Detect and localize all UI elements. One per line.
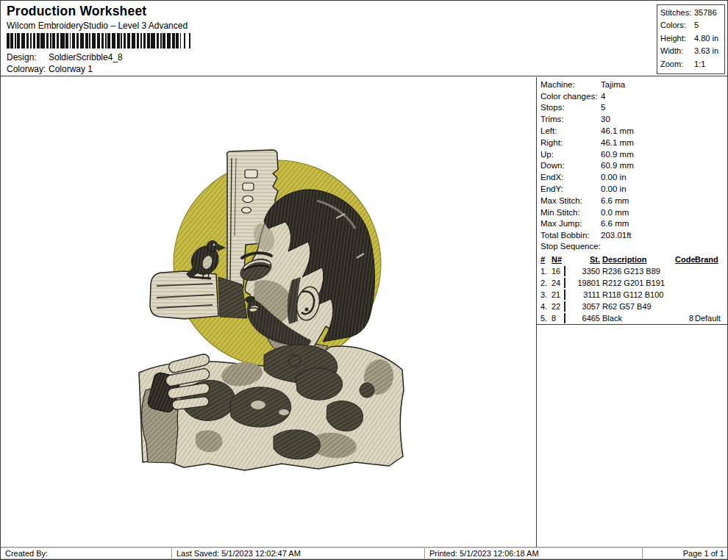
colorway-value: Colorway 1 [49, 64, 93, 74]
machine-parameters: Machine: Tajima Color changes: 4 Stops: … [537, 79, 728, 241]
machine-parameter-row: Up: 60.9 mm [537, 148, 728, 160]
parameter-label: Machine: [540, 80, 601, 89]
table-end-rule [537, 324, 728, 325]
colorway-row: Colorway: Colorway 1 [7, 64, 93, 74]
machine-details-panel: Machine: Tajima Color changes: 4 Stops: … [536, 77, 728, 548]
design-name-row: Design: SoldierScribble4_8 [7, 52, 123, 62]
stats-row: Width: 3.63 in [660, 46, 723, 59]
parameter-label: Max Stitch: [540, 196, 601, 205]
stop-num: 4. [540, 302, 552, 311]
stop-stitches: 19801 [576, 279, 602, 287]
worksheet-footer: Created By: Last Saved: 5/1/2023 12:02:4… [1, 547, 728, 559]
parameter-value: 0.00 in [601, 173, 627, 182]
worksheet-header: Production Worksheet Wilcom EmbroiderySt… [1, 1, 727, 76]
machine-parameter-row: Machine: Tajima [537, 79, 728, 90]
parameter-label: Down: [540, 161, 601, 170]
stop-description: R118 G112 B100 [602, 290, 675, 299]
thread-color-swatch [564, 301, 565, 312]
col-n: N# [552, 255, 564, 264]
stats-row: Height: 4.80 in [660, 34, 723, 46]
stats-value: 5 [694, 21, 699, 33]
stop-n: 21 [552, 290, 564, 299]
thread-color-swatch [564, 266, 565, 276]
created-by-cell: Created By: [1, 548, 172, 559]
machine-parameter-row: Down: 60.9 mm [537, 160, 728, 172]
stop-num: 3. [540, 290, 552, 299]
stats-value: 35786 [694, 8, 717, 21]
machine-parameter-row: EndY: 0.00 in [537, 183, 728, 195]
stop-description: R62 G57 B49 [602, 302, 675, 311]
design-value: SoldierScribble4_8 [49, 52, 123, 62]
stop-sequence-row: 1. 16 3350 R236 G213 B89 [537, 265, 728, 277]
machine-parameter-row: EndX: 0.00 in [537, 171, 728, 183]
parameter-value: 6.6 mm [601, 196, 629, 205]
col-num: # [540, 255, 552, 264]
machine-parameter-row: Max Stitch: 6.6 mm [537, 195, 728, 207]
thread-color-swatch [564, 313, 565, 323]
stop-stitches: 3057 [576, 302, 602, 311]
col-description: Description [602, 255, 675, 264]
machine-parameter-row: Total Bobbin: 203.01ft [537, 229, 728, 241]
stop-sequence-row: 2. 24 19801 R212 G201 B191 [537, 277, 728, 289]
printed-cell: Printed: 5/1/2023 12:06:18 AM [425, 548, 643, 559]
col-code: Code [675, 255, 695, 264]
parameter-label: EndY: [540, 184, 601, 193]
stop-n: 22 [552, 302, 564, 311]
stop-num: 2. [540, 279, 552, 287]
machine-parameter-row: Min Stitch: 0.0 mm [537, 207, 728, 218]
stop-brand: Default [695, 314, 726, 323]
stop-description: R236 G213 B89 [602, 267, 675, 276]
machine-parameter-row: Color changes: 4 [537, 90, 728, 102]
parameter-value: 60.9 mm [601, 161, 634, 170]
stop-n: 16 [552, 267, 564, 276]
machine-parameter-row: Right: 46.1 mm [537, 137, 728, 148]
stop-n: 8 [552, 314, 564, 323]
parameter-value: 0.00 in [601, 184, 627, 193]
stop-num: 5. [540, 314, 552, 323]
stop-num: 1. [540, 267, 552, 276]
thread-color-swatch [564, 290, 565, 300]
parameter-value: 0.0 mm [601, 208, 629, 217]
software-name: Wilcom EmbroideryStudio – Level 3 Advanc… [7, 21, 188, 31]
ear-dot [305, 308, 309, 312]
design-preview-area [1, 77, 536, 548]
thread-color-swatch [564, 278, 565, 288]
stats-label: Colors: [660, 21, 694, 33]
parameter-value: 46.1 mm [601, 138, 634, 147]
machine-parameter-row: Trims: 30 [537, 113, 728, 125]
machine-parameter-row: Max Jump: 6.6 mm [537, 218, 728, 230]
parameter-value: Tajima [601, 80, 625, 89]
stop-description: R212 G201 B191 [602, 279, 675, 287]
stats-label: Height: [660, 34, 694, 46]
stop-sequence-row: 3. 21 3111 R118 G112 B100 [537, 289, 728, 301]
stats-label: Zoom: [660, 60, 694, 72]
design-label: Design: [7, 52, 49, 62]
stop-stitches: 6465 [576, 314, 602, 323]
parameter-value: 46.1 mm [601, 126, 634, 135]
stop-stitches: 3350 [576, 267, 602, 276]
last-saved-cell: Last Saved: 5/1/2023 12:02:47 AM [172, 548, 425, 559]
stats-value: 3.63 in [694, 46, 718, 59]
stats-summary-box: Stitches: 35786 Colors: 5 Height: 4.80 i… [657, 4, 725, 74]
stop-sequence-row: 5. 8 6465 Black 8 Default [537, 312, 728, 324]
stats-label: Stitches: [660, 8, 694, 21]
design-barcode [7, 33, 190, 49]
stop-sequence-table: 1. 16 3350 R236 G213 B89 2. 24 19801 R21… [537, 265, 728, 324]
stop-description: Black [602, 314, 675, 323]
stop-code: 8 [675, 314, 695, 323]
machine-parameter-row: Left: 46.1 mm [537, 125, 728, 137]
page-number-cell: Page 1 of 1 [643, 548, 728, 559]
parameter-value: 30 [601, 115, 610, 123]
stats-row: Zoom: 1:1 [660, 60, 723, 72]
stats-value: 4.80 in [694, 34, 718, 46]
stop-stitches: 3111 [576, 290, 602, 299]
stats-value: 1:1 [694, 60, 705, 72]
parameter-label: Stops: [540, 103, 601, 112]
stop-n: 24 [552, 279, 564, 287]
machine-parameter-row: Stops: 5 [537, 102, 728, 114]
parameter-label: Left: [540, 126, 601, 135]
parameter-value: 5 [601, 103, 605, 112]
stop-sequence-header: # N# St. Description Code Brand [537, 254, 728, 265]
parameter-label: Color changes: [540, 92, 601, 101]
parameter-label: Trims: [540, 115, 601, 123]
